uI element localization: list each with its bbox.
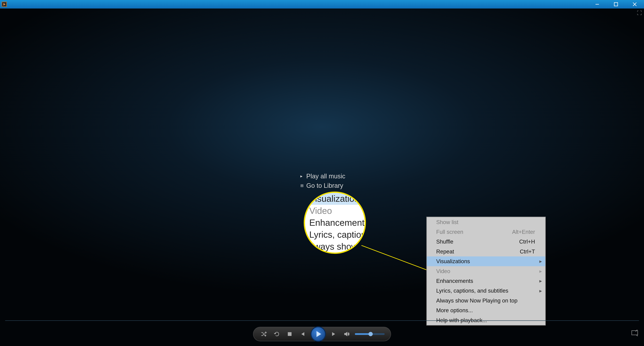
library-grid-icon: ⊞ xyxy=(300,181,303,190)
seek-bar[interactable] xyxy=(5,320,639,321)
menu-item-label: More options... xyxy=(436,307,473,314)
play-button[interactable] xyxy=(310,326,326,342)
mag-row-enhancements: Enhancements xyxy=(305,217,365,229)
context-menu: Show listFull screenAlt+EnterShuffleCtrl… xyxy=(426,217,546,325)
menu-item-label: Show list xyxy=(436,219,458,225)
play-all-music-link[interactable]: ▸ Play all music xyxy=(300,171,345,181)
maximize-button[interactable] xyxy=(606,0,626,9)
context-menu-item-video: Video▶ xyxy=(427,266,545,276)
mag-row-visualizations: Visualizations xyxy=(305,193,365,205)
go-to-library-link[interactable]: ⊞ Go to Library xyxy=(300,181,345,190)
context-menu-item-lyrics-captions-and-subtitles[interactable]: Lyrics, captions, and subtitles▶ xyxy=(427,286,545,296)
shuffle-button[interactable] xyxy=(260,329,269,339)
playback-controls xyxy=(253,327,391,341)
play-all-label: Play all music xyxy=(306,171,345,181)
menu-item-label: Full screen xyxy=(436,229,463,235)
menu-item-shortcut: Alt+Enter xyxy=(512,229,535,235)
context-menu-item-help-with-playback[interactable]: Help with playback... xyxy=(427,315,545,325)
view-fullscreen-icon[interactable] xyxy=(637,11,642,16)
context-menu-item-shuffle[interactable]: ShuffleCtrl+H xyxy=(427,237,545,247)
context-menu-item-always-show-now-playing-on-top[interactable]: Always show Now Playing on top xyxy=(427,296,545,305)
next-button[interactable] xyxy=(329,329,338,339)
menu-item-label: Repeat xyxy=(436,248,454,255)
volume-fill xyxy=(355,333,369,335)
callout-line xyxy=(361,245,432,272)
stop-button[interactable] xyxy=(285,329,294,339)
mute-button[interactable] xyxy=(342,329,352,339)
context-menu-item-show-list: Show list xyxy=(427,217,545,227)
mag-row-lyrics: Lyrics, captions, xyxy=(305,229,365,241)
context-menu-item-more-options[interactable]: More options... xyxy=(427,305,545,315)
context-menu-item-enhancements[interactable]: Enhancements▶ xyxy=(427,276,545,286)
play-arrow-icon: ▸ xyxy=(300,171,303,181)
svg-line-4 xyxy=(361,245,432,272)
submenu-arrow-icon: ▶ xyxy=(539,259,542,263)
switch-to-library-button[interactable] xyxy=(631,329,638,338)
center-quick-links: ▸ Play all music ⊞ Go to Library xyxy=(300,171,345,190)
context-menu-item-full-screen: Full screenAlt+Enter xyxy=(427,227,545,237)
menu-item-label: Video xyxy=(436,268,450,274)
svg-rect-5 xyxy=(288,332,292,336)
menu-item-shortcut: Ctrl+H xyxy=(519,239,535,245)
previous-button[interactable] xyxy=(298,329,307,339)
now-playing-area[interactable]: ▸ Play all music ⊞ Go to Library Visuali… xyxy=(0,9,644,346)
close-button[interactable] xyxy=(626,0,644,9)
mag-row-always: lways show xyxy=(305,241,365,253)
submenu-arrow-icon: ▶ xyxy=(539,289,542,293)
menu-item-label: Help with playback... xyxy=(436,317,487,323)
minimize-button[interactable] xyxy=(588,0,606,9)
context-menu-item-visualizations[interactable]: Visualizations▶ xyxy=(427,256,545,266)
go-library-label: Go to Library xyxy=(306,181,343,190)
title-bar xyxy=(0,0,644,9)
submenu-arrow-icon: ▶ xyxy=(539,279,542,283)
magnifier-callout: Visualizations Video Enhancements Lyrics… xyxy=(304,192,366,254)
svg-rect-6 xyxy=(632,331,638,335)
repeat-button[interactable] xyxy=(272,329,282,339)
menu-item-label: Visualizations xyxy=(436,258,470,265)
context-menu-item-repeat[interactable]: RepeatCtrl+T xyxy=(427,247,545,256)
app-icon xyxy=(2,2,7,7)
volume-thumb[interactable] xyxy=(368,332,373,336)
submenu-arrow-icon: ▶ xyxy=(539,269,542,273)
volume-slider[interactable] xyxy=(355,333,385,335)
menu-item-label: Always show Now Playing on top xyxy=(436,297,518,304)
menu-item-label: Shuffle xyxy=(436,239,453,245)
mag-row-video: Video xyxy=(305,205,365,217)
window-controls xyxy=(588,0,644,9)
menu-item-shortcut: Ctrl+T xyxy=(520,248,535,255)
menu-item-label: Lyrics, captions, and subtitles xyxy=(436,288,508,294)
svg-rect-1 xyxy=(614,3,618,6)
menu-item-label: Enhancements xyxy=(436,278,473,284)
